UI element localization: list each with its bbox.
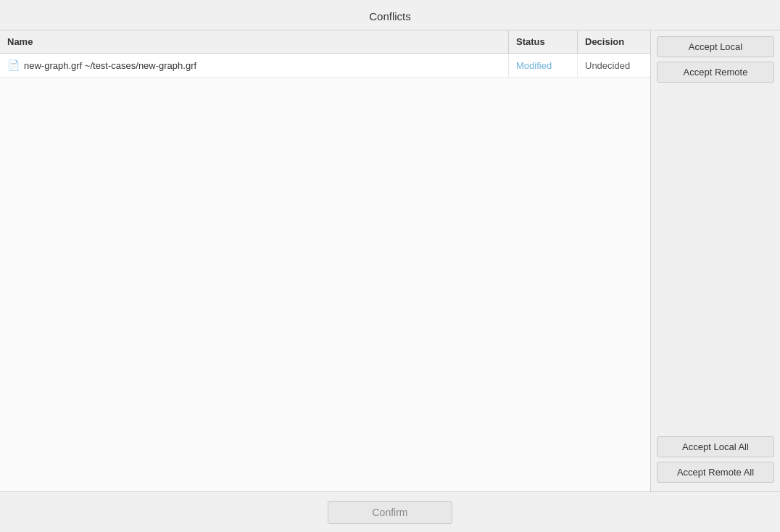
page-title: Conflicts [0, 0, 780, 30]
table-body: 📄 new-graph.grf ~/test-cases/new-graph.g… [0, 54, 650, 491]
accept-local-all-button[interactable]: Accept Local All [657, 436, 774, 457]
col-header-decision: Decision [578, 30, 650, 53]
table-section: Name Status Decision 📄 new-graph.grf ~/t… [0, 30, 651, 491]
confirm-button[interactable]: Confirm [328, 501, 452, 524]
footer: Confirm [0, 491, 780, 532]
row-status: Modified [509, 54, 578, 77]
accept-remote-button[interactable]: Accept Remote [657, 62, 774, 83]
col-header-status: Status [509, 30, 578, 53]
table-header: Name Status Decision [0, 30, 650, 54]
row-name: 📄 new-graph.grf ~/test-cases/new-graph.g… [0, 54, 509, 77]
side-panel-bottom: Accept Local All Accept Remote All [657, 436, 774, 486]
table-row[interactable]: 📄 new-graph.grf ~/test-cases/new-graph.g… [0, 54, 650, 78]
accept-local-button[interactable]: Accept Local [657, 36, 774, 57]
accept-remote-all-button[interactable]: Accept Remote All [657, 462, 774, 483]
row-decision: Undecided [578, 54, 650, 77]
file-icon: 📄 [7, 59, 20, 71]
side-panel: Accept Local Accept Remote Accept Local … [651, 30, 780, 491]
row-name-text: new-graph.grf ~/test-cases/new-graph.grf [24, 60, 196, 71]
side-panel-top: Accept Local Accept Remote [657, 36, 774, 83]
col-header-name: Name [0, 30, 509, 53]
main-area: Name Status Decision 📄 new-graph.grf ~/t… [0, 30, 780, 491]
